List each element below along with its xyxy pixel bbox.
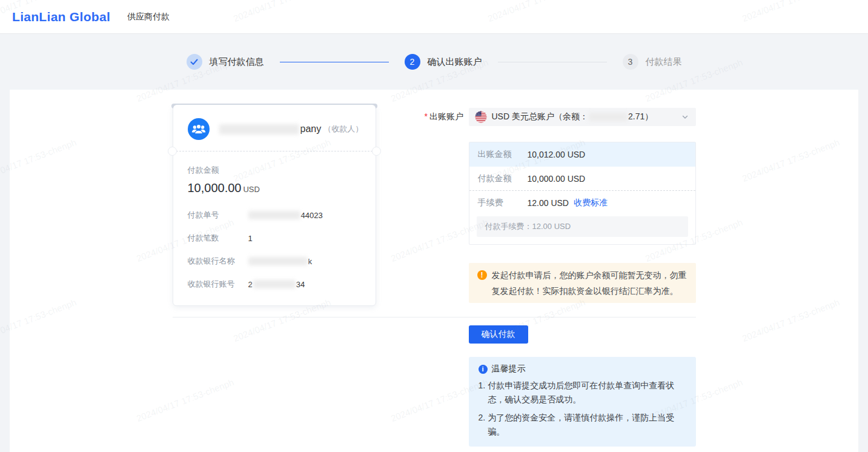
table-row-fee: 手续费 12.00 USD 收费标准: [469, 191, 695, 215]
step-connector-done: [280, 62, 389, 62]
us-flag-icon: [475, 111, 487, 123]
tip-item-2: 2. 为了您的资金安全，请谨慎付款操作，谨防上当受骗。: [479, 411, 686, 439]
fee-note: 付款手续费：12.00 USD: [477, 216, 688, 237]
payout-account-value: USD 美元总账户（余额：: [492, 111, 588, 122]
field-bank-account: 收款银行账号 234: [188, 279, 361, 290]
payee-name-visible: pany: [300, 124, 322, 135]
field-payment-order-no: 付款单号 44023: [188, 210, 361, 221]
step-1-label: 填写付款信息: [210, 56, 264, 68]
notch-right: [372, 147, 381, 156]
step-1-fill-payment-info: 填写付款信息: [187, 54, 264, 70]
required-asterisk: *: [425, 111, 428, 121]
payee-avatar-icon: [188, 118, 210, 140]
step-2-number: 2: [405, 54, 420, 70]
fee-standard-link[interactable]: 收费标准: [574, 198, 608, 208]
confirm-payment-button[interactable]: 确认付款: [469, 325, 528, 344]
payout-account-select[interactable]: USD 美元总账户（余额：2.71）: [469, 108, 696, 126]
payout-summary-table: 出账金额 10,012.00 USD 付款金额 10,000.00 USD 手续…: [469, 142, 696, 245]
step-3-number: 3: [623, 54, 638, 70]
warning-banner: ! 发起付款申请后，您的账户余额可能暂无变动，勿重复发起付款！实际扣款资金以银行…: [469, 263, 696, 303]
redacted-balance: [589, 113, 628, 121]
payee-card: pany （收款人） 付款金额 10,000.00USD 付款单号 44023: [173, 104, 376, 306]
lianlian-global-logo: LianLian Global: [12, 10, 110, 24]
payout-account-label: *出账账户: [425, 108, 469, 303]
stepper: 填写付款信息 2 确认出账账户 3 付款结果: [0, 34, 868, 90]
step-3-label: 付款结果: [646, 56, 682, 68]
tips-box: i 温馨提示 1. 付款申请提交成功后您即可在付款单查询中查看状态，确认交易是否…: [469, 357, 696, 447]
app-header: LianLian Global 供应商付款: [0, 0, 868, 34]
warning-text: 发起付款申请后，您的账户余额可能暂无变动，勿重复发起付款！实际扣款资金以银行结汇…: [492, 267, 687, 299]
step-connector-pending: [498, 62, 607, 62]
tips-title: 温馨提示: [492, 364, 526, 374]
field-payment-count: 付款笔数 1: [188, 233, 361, 244]
info-circle-icon: i: [479, 365, 488, 374]
chevron-down-icon: [681, 113, 689, 121]
table-row-payment-amount: 付款金额 10,000.00 USD: [469, 167, 695, 191]
field-bank-name: 收款银行名称 k: [188, 256, 361, 267]
step-2-confirm-account: 2 确认出账账户: [405, 54, 482, 70]
notch-left: [168, 147, 177, 156]
main-panel: pany （收款人） 付款金额 10,000.00USD 付款单号 44023: [10, 90, 858, 452]
table-row-payout-amount: 出账金额 10,012.00 USD: [469, 142, 695, 167]
redacted-payee-name: [219, 124, 299, 135]
payment-amount-label: 付款金额: [188, 165, 361, 176]
page-title: 供应商付款: [127, 12, 170, 22]
payout-column: *出账账户: [425, 104, 696, 306]
payee-role: （收款人）: [323, 124, 363, 135]
check-icon: [187, 54, 202, 70]
step-3-payment-result: 3 付款结果: [623, 54, 682, 70]
redacted-bank-name: [248, 257, 308, 265]
page: LianLian Global 供应商付款 填写付款信息 2 确认出账账户 3 …: [0, 0, 868, 452]
ticket-divider: [173, 151, 376, 151]
exclamation-circle-icon: !: [477, 270, 487, 280]
tip-item-1: 1. 付款申请提交成功后您即可在付款单查询中查看状态，确认交易是否成功。: [479, 379, 686, 407]
payee-name: pany （收款人）: [219, 124, 363, 135]
step-2-label: 确认出账账户: [428, 56, 482, 68]
payment-amount-value: 10,000.00USD: [188, 181, 361, 195]
redacted-order-no: [248, 211, 300, 219]
redacted-bank-account: [253, 280, 296, 288]
